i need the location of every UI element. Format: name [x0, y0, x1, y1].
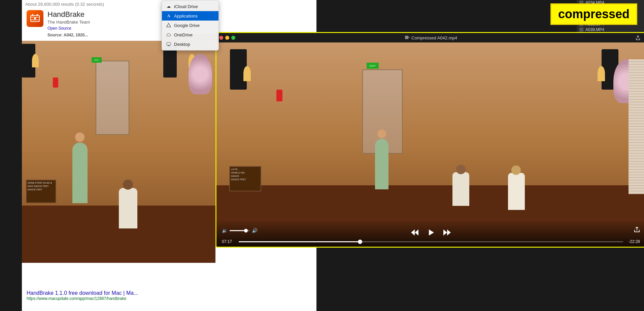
desktop-icon	[166, 41, 171, 47]
svg-rect-10	[405, 36, 408, 39]
svg-marker-14	[429, 229, 434, 236]
location-dropdown[interactable]: ☁ iCloud Drive A Applications Google Dri…	[162, 0, 219, 51]
dropdown-item-desktop[interactable]: Desktop	[162, 39, 218, 49]
icloud-drive-icon: ☁	[166, 4, 171, 9]
dropdown-item-applications[interactable]: A Applications	[162, 11, 218, 21]
wedding-left-image: EXIT GRAB A PAIR GILAD & NINS DANCE FEET…	[22, 34, 215, 263]
progress-knob[interactable]	[358, 240, 362, 244]
svg-marker-13	[411, 229, 415, 236]
window-blinds	[629, 59, 644, 194]
handbrake-logo-icon	[27, 10, 43, 27]
close-button[interactable]	[219, 36, 223, 40]
window-title-area: Compressed A042.mp4	[405, 35, 457, 41]
applications-label: Applications	[174, 13, 198, 19]
exit-sign: EXIT	[92, 57, 102, 63]
file-item-5[interactable]: A039.MP4	[577, 27, 644, 32]
dance-floor-sign: GRAB A PAIR GILAD & NINS DANCE FEET DANC…	[26, 180, 56, 203]
applications-icon: A	[166, 13, 171, 19]
flower-arrangement	[189, 54, 212, 94]
volume-fill	[230, 230, 245, 231]
video-player-window: Compressed A042.mp4 EXIT LA	[215, 32, 644, 248]
app-details: HandBrake The HandBrake Team Open Source…	[47, 10, 90, 37]
app-title: HandBrake	[47, 10, 90, 19]
dropdown-item-icloud[interactable]: ☁ iCloud Drive	[162, 2, 218, 11]
source-label: Source:	[47, 33, 63, 37]
progress-fill	[239, 241, 362, 242]
fast-forward-button[interactable]	[442, 228, 452, 237]
svg-point-5	[34, 18, 36, 20]
volume-slider[interactable]	[230, 230, 250, 231]
source-value: A042, 1920...	[64, 33, 88, 37]
svg-rect-7	[167, 42, 171, 45]
playback-controls	[222, 228, 640, 237]
result-count: About 29,600,000 results (0.32 seconds)	[25, 2, 104, 7]
dropdown-item-google-drive[interactable]: Google Drive	[162, 21, 218, 30]
volume-icon[interactable]: 🔉	[222, 228, 228, 233]
video-sign: LA PE...GRAB & NINDANCEDANCE FEET	[229, 166, 261, 191]
compressed-annotation: compressed	[550, 3, 637, 25]
video-controls: 🔉 🔊	[216, 220, 644, 247]
audience-head-2	[511, 165, 521, 175]
file-icon-5	[579, 28, 583, 32]
result-url: https://www.macupdate.com/app/mac/12987/…	[27, 296, 169, 301]
svg-marker-15	[443, 229, 447, 236]
share-title-button[interactable]	[633, 33, 643, 42]
minimize-button[interactable]	[225, 36, 229, 40]
video-content: EXIT LA PE...GRAB & NINDANCEDANCE FEET	[216, 42, 644, 247]
end-time: -22:28	[626, 239, 640, 244]
handbrake-card: HandBrake The HandBrake Team Open Source…	[22, 7, 163, 41]
google-drive-icon	[166, 23, 171, 28]
bottom-search-result: HandBrake 1.1.0 free download for Mac | …	[22, 287, 173, 311]
app-info-area: HandBrake The HandBrake Team Open Source…	[27, 10, 159, 37]
onedrive-icon	[166, 32, 171, 37]
source-line: Source: A042, 1920...	[47, 33, 90, 37]
sconce-left-video	[243, 66, 251, 81]
window-title-text: Compressed A042.mp4	[411, 35, 457, 40]
progress-bar[interactable]	[239, 241, 623, 242]
wall-sconce-left	[32, 54, 39, 67]
window-titlebar: Compressed A042.mp4	[216, 33, 644, 42]
rewind-button[interactable]	[410, 228, 419, 237]
video-audience-2	[508, 173, 525, 210]
result-link[interactable]: HandBrake 1.1.0 free download for Mac | …	[27, 290, 138, 296]
play-button[interactable]	[426, 228, 436, 237]
sconce-right-video	[598, 66, 605, 81]
bridesmaid-figure	[72, 143, 88, 203]
left-panel	[0, 0, 22, 311]
doorway	[96, 61, 129, 135]
icloud-label: iCloud Drive	[174, 4, 198, 9]
progress-area: 07:17 -22:28	[222, 239, 640, 244]
current-time: 07:17	[222, 239, 235, 244]
desktop-label: Desktop	[174, 42, 190, 47]
onedrive-label: OneDrive	[174, 32, 193, 37]
fire-ext-video	[276, 90, 282, 101]
video-file-icon	[405, 35, 409, 41]
svg-marker-16	[447, 229, 451, 236]
volume-area: 🔉 🔊	[222, 228, 258, 233]
audience-figure	[119, 188, 137, 228]
svg-marker-12	[415, 229, 418, 236]
open-source-link[interactable]: Open Source	[47, 26, 90, 31]
exit-sign-video: EXIT	[367, 63, 379, 69]
svg-rect-1	[32, 14, 33, 15]
video-audience-1	[452, 172, 469, 206]
app-team: The HandBrake Team	[47, 20, 90, 25]
fire-extinguisher	[53, 77, 58, 88]
svg-marker-6	[167, 23, 171, 27]
google-drive-label: Google Drive	[174, 23, 200, 28]
maximize-button[interactable]	[231, 36, 235, 40]
volume-knob[interactable]	[244, 229, 248, 232]
video-bridesmaid	[375, 139, 388, 189]
dropdown-item-onedrive[interactable]: OneDrive	[162, 30, 218, 39]
share-button[interactable]	[634, 226, 640, 234]
volume-max-icon: 🔊	[252, 228, 258, 233]
svg-marker-11	[408, 37, 409, 38]
svg-rect-2	[37, 14, 38, 15]
file-name-5: A039.MP4	[585, 27, 604, 32]
